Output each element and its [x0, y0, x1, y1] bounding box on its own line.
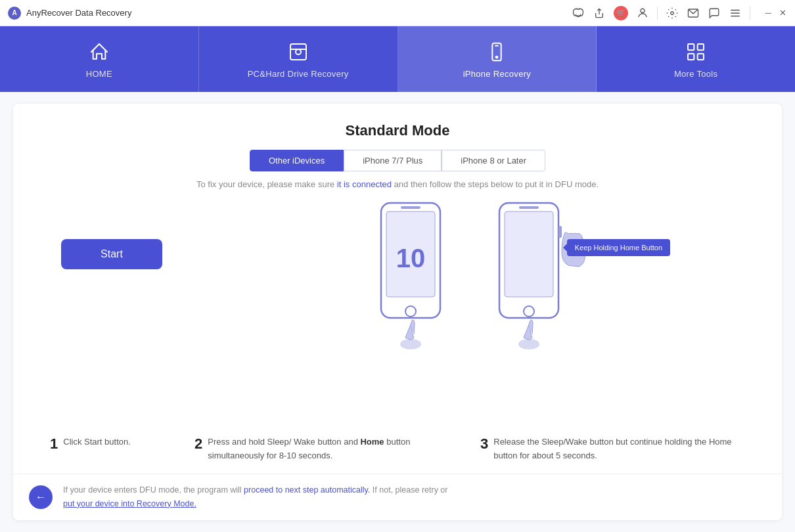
- svg-point-7: [296, 49, 301, 55]
- chat-icon[interactable]: [708, 7, 721, 20]
- phone1-container: 10: [368, 200, 453, 338]
- phones-area: 10: [184, 200, 756, 338]
- phone2-illustration: Keep Holding Home Button: [486, 200, 572, 338]
- svg-point-10: [496, 56, 498, 58]
- steps-area: Start: [13, 200, 782, 429]
- iphone-recovery-icon: [485, 40, 509, 64]
- tab-iphone8later[interactable]: iPhone 8 or Later: [442, 150, 545, 171]
- tab-other-idevices[interactable]: Other iDevices: [250, 150, 344, 171]
- pc-recovery-icon: [286, 40, 310, 64]
- titlebar-right: 🛒 ─ ✕: [572, 6, 787, 20]
- svg-point-0: [641, 9, 645, 12]
- step-descriptions: 1 Click Start button. 2 Press and hold S…: [13, 429, 782, 474]
- hand2-bottom-icon: [509, 315, 549, 351]
- svg-rect-13: [698, 44, 704, 50]
- more-tools-icon: [684, 40, 708, 64]
- navbar: HOME PC&Hard Drive Recovery iPhone Recov…: [0, 26, 795, 92]
- tab-bar: Other iDevices iPhone 7/7 Plus iPhone 8 …: [13, 150, 782, 171]
- svg-point-27: [518, 339, 539, 349]
- cart-icon[interactable]: 🛒: [614, 6, 628, 20]
- svg-point-21: [400, 339, 421, 349]
- svg-text:10: 10: [396, 244, 426, 273]
- nav-pc-recovery[interactable]: PC&Hard Drive Recovery: [199, 26, 398, 92]
- back-button[interactable]: ←: [29, 485, 53, 509]
- step3-desc: 3 Release the Sleep/Wake button but cont…: [470, 435, 756, 463]
- share-icon[interactable]: [593, 7, 606, 20]
- titlebar: A AnyRecover Data Recovery 🛒 ─ ✕: [0, 0, 795, 26]
- phone2-container: Keep Holding Home Button: [486, 200, 572, 338]
- footer-highlight: proceed to next step automatically.: [244, 485, 370, 495]
- svg-rect-19: [401, 206, 420, 209]
- nav-home[interactable]: HOME: [0, 26, 199, 92]
- nav-pc-recovery-label: PC&Hard Drive Recovery: [248, 69, 349, 79]
- menu-icon[interactable]: [729, 7, 742, 20]
- settings-icon[interactable]: [666, 7, 679, 20]
- user-icon[interactable]: [636, 7, 649, 20]
- step2-desc: 2 Press and hold Sleep/ Wake button and …: [184, 435, 470, 463]
- svg-rect-6: [290, 44, 306, 60]
- nav-more-tools[interactable]: More Tools: [597, 26, 795, 92]
- tab-iphone77plus[interactable]: iPhone 7/7 Plus: [344, 150, 442, 171]
- recovery-mode-link[interactable]: put your device into Recovery Mode.: [63, 499, 196, 508]
- svg-rect-14: [688, 53, 694, 59]
- step2-text: Press and hold Sleep/ Wake button and Ho…: [208, 435, 459, 463]
- titlebar-left: A AnyRecover Data Recovery: [8, 7, 131, 20]
- svg-rect-25: [519, 206, 539, 209]
- app-logo: A: [8, 7, 21, 20]
- phone1-illustration: 10: [368, 200, 453, 338]
- svg-point-1: [671, 11, 674, 14]
- mail-icon[interactable]: [687, 7, 700, 20]
- close-button[interactable]: ✕: [778, 9, 787, 18]
- step3-text: Release the Sleep/Wake button but contin…: [493, 435, 745, 463]
- hand1-icon: [391, 315, 430, 351]
- step3-number: 3: [480, 435, 488, 453]
- nav-iphone-recovery-label: iPhone Recovery: [463, 69, 532, 79]
- minimize-button[interactable]: ─: [763, 9, 773, 18]
- step1-number: 1: [50, 435, 58, 453]
- discord-icon[interactable]: [572, 7, 585, 20]
- start-button[interactable]: Start: [61, 239, 162, 269]
- page-inner: Standard Mode Other iDevices iPhone 7/7 …: [13, 104, 782, 520]
- step1-text: Click Start button.: [63, 435, 131, 449]
- nav-home-label: HOME: [86, 69, 112, 79]
- svg-rect-12: [688, 44, 694, 50]
- page-title: Standard Mode: [13, 122, 782, 139]
- step1-desc: 1 Click Start button.: [39, 435, 184, 463]
- description-text: To fix your device, please make sure it …: [13, 179, 782, 189]
- nav-more-tools-label: More Tools: [674, 69, 717, 79]
- divider2: [750, 7, 750, 20]
- start-column: Start: [39, 200, 184, 269]
- footer-area: ← If your device enters DFU mode, the pr…: [13, 474, 782, 521]
- holding-badge: Keep Holding Home Button: [567, 239, 670, 256]
- svg-rect-23: [505, 211, 553, 297]
- nav-iphone-recovery[interactable]: iPhone Recovery: [398, 26, 597, 92]
- footer-text: If your device enters DFU mode, the prog…: [63, 483, 447, 512]
- svg-rect-15: [698, 53, 704, 59]
- page-title-area: Standard Mode: [13, 104, 782, 150]
- step2-number: 2: [194, 435, 202, 453]
- divider: [657, 7, 658, 20]
- main-content: Standard Mode Other iDevices iPhone 7/7 …: [0, 92, 795, 532]
- home-icon: [87, 40, 111, 64]
- app-title: AnyRecover Data Recovery: [26, 8, 131, 18]
- window-controls: ─ ✕: [763, 9, 787, 18]
